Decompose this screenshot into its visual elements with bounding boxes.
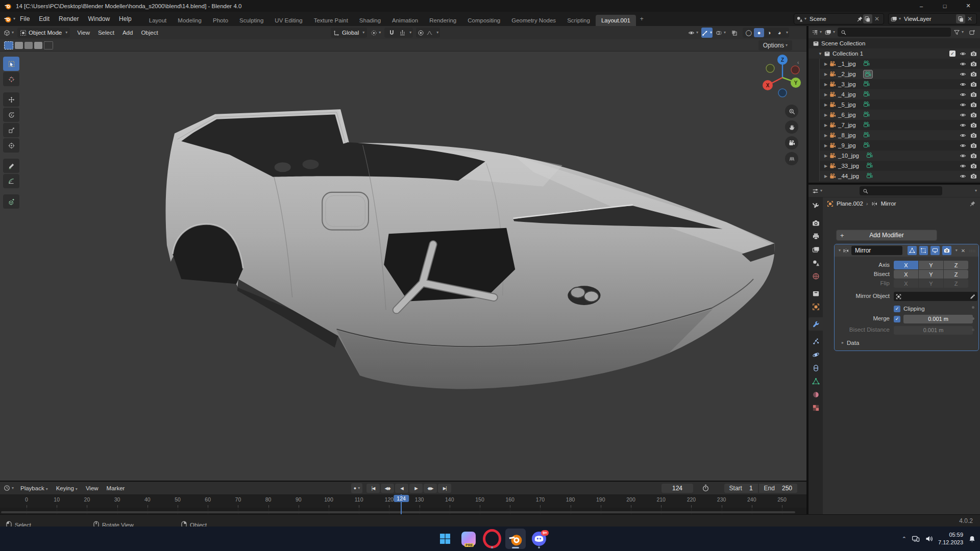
shading-material-button[interactable]: ◑ xyxy=(764,28,774,37)
expand-icon[interactable]: ▶ xyxy=(822,143,829,148)
workspace-tab-texture-paint[interactable]: Texture Paint xyxy=(308,15,354,26)
frame-end-field[interactable]: End 250 xyxy=(759,484,797,493)
eye-icon[interactable] xyxy=(960,132,966,139)
taskbar-discord-button[interactable]: 9+ xyxy=(529,529,549,549)
3d-viewport[interactable]: ▾ Object Mode▾ ViewSelectAddObject Globa… xyxy=(0,26,806,481)
viewport-menu-view[interactable]: View xyxy=(73,28,94,38)
auto-keying-button[interactable]: ●▾ xyxy=(351,483,362,493)
viewport-menu-select[interactable]: Select xyxy=(94,28,118,38)
camera-data-icon[interactable] xyxy=(866,152,873,159)
merge-checkbox[interactable]: ✓ xyxy=(894,316,900,322)
properties-tab-texture[interactable] xyxy=(808,401,823,414)
outliner-item-label[interactable]: _4_jpg xyxy=(838,91,856,97)
mode-dropdown[interactable]: Object Mode▾ xyxy=(17,28,70,38)
axis-z-button[interactable]: Z xyxy=(944,261,968,269)
render-visibility-icon[interactable] xyxy=(970,163,977,169)
render-visibility-icon[interactable] xyxy=(970,122,977,129)
camera-data-icon[interactable] xyxy=(863,60,870,67)
camera-data-icon[interactable] xyxy=(865,71,871,78)
workspace-tab-geometry-nodes[interactable]: Geometry Nodes xyxy=(506,15,561,26)
camera-data-icon[interactable] xyxy=(866,162,873,169)
close-button[interactable]: ✕ xyxy=(957,0,980,12)
shading-wireframe-button[interactable]: ◯ xyxy=(744,28,754,37)
properties-tab-object[interactable] xyxy=(808,300,823,313)
menu-edit[interactable]: Edit xyxy=(34,13,54,24)
camera-data-icon[interactable] xyxy=(863,91,870,97)
jump-start-button[interactable]: |◀ xyxy=(366,484,380,493)
frame-start-field[interactable]: Start 1 xyxy=(724,484,758,493)
outliner-row-camera[interactable]: ▶_1_jpg xyxy=(819,59,980,69)
render-toggle[interactable] xyxy=(942,246,951,255)
decorator-dot[interactable] xyxy=(972,306,974,309)
next-keyframe-button[interactable]: ◆▶ xyxy=(424,484,437,493)
properties-tab-scene[interactable] xyxy=(808,256,823,269)
taskbar-blender-button[interactable] xyxy=(505,529,526,549)
axis-y-button[interactable]: Y xyxy=(919,261,943,269)
viewlayer-selector[interactable]: ▾ ViewLayer ✕ xyxy=(888,13,977,24)
workspace-tab-layout-001[interactable]: Layout.001 xyxy=(596,15,636,26)
properties-options-icon[interactable]: ▾ xyxy=(975,189,977,193)
new-collection-button[interactable] xyxy=(966,27,977,37)
outliner-row-camera[interactable]: ▶_10_jpg xyxy=(819,151,980,161)
outliner-row-scene-collection[interactable]: Scene Collection xyxy=(808,38,980,48)
workspace-tab-compositing[interactable]: Compositing xyxy=(462,15,506,26)
tool-cursor-button[interactable] xyxy=(3,72,19,86)
render-visibility-icon[interactable] xyxy=(970,102,977,108)
pin-icon[interactable] xyxy=(856,16,863,22)
tool-transform-button[interactable] xyxy=(3,138,19,153)
properties-tab-modifiers[interactable] xyxy=(808,317,823,331)
clipping-checkbox[interactable]: ✓ xyxy=(894,306,900,312)
expand-icon[interactable]: ▶ xyxy=(822,174,829,179)
select-mode-extend-button[interactable] xyxy=(15,42,23,49)
workspace-tab-uv-editing[interactable]: UV Editing xyxy=(269,15,308,26)
editor-type-button[interactable]: ▾ xyxy=(3,28,14,38)
menu-help[interactable]: Help xyxy=(114,13,136,24)
notifications-icon[interactable] xyxy=(968,535,976,543)
eye-icon[interactable] xyxy=(960,102,966,108)
taskbar-designer-button[interactable]: PRE xyxy=(458,529,479,549)
tool-select-box-button[interactable] xyxy=(3,57,19,71)
outliner-item-label[interactable]: _10_jpg xyxy=(838,153,859,159)
expand-icon[interactable]: ▶ xyxy=(822,164,829,168)
edit-mode-toggle[interactable] xyxy=(908,246,917,255)
eyedropper-icon[interactable] xyxy=(970,294,975,299)
render-visibility-icon[interactable] xyxy=(970,71,977,78)
camera-data-icon[interactable] xyxy=(863,121,870,128)
expand-icon[interactable]: ▶ xyxy=(822,72,829,77)
scene-name[interactable]: Scene xyxy=(806,16,856,22)
workspace-tab-sculpting[interactable]: Sculpting xyxy=(234,15,269,26)
properties-tab-output[interactable] xyxy=(808,230,823,243)
scene-selector[interactable]: ▾ Scene ✕ xyxy=(794,13,884,24)
current-frame-field[interactable]: 124 xyxy=(662,484,693,493)
clock[interactable]: 05:59 7.12.2023 xyxy=(938,531,963,546)
render-visibility-icon[interactable] xyxy=(970,142,977,149)
merge-value-field[interactable]: 0.001 m xyxy=(903,315,973,323)
modifier-panel-header[interactable]: ▾ Mirror ▾ ✕ :::: xyxy=(835,244,978,257)
bisect-distance-field[interactable]: 0.001 m xyxy=(894,326,973,335)
expand-icon[interactable]: ▶ xyxy=(822,113,829,117)
eye-icon[interactable] xyxy=(960,173,966,180)
menu-file[interactable]: File xyxy=(15,13,34,24)
tool-rotate-button[interactable] xyxy=(3,108,19,122)
viewport-model-honda-s2000[interactable] xyxy=(0,51,806,481)
jump-end-button[interactable]: ▶| xyxy=(438,484,451,493)
overlays-toggle[interactable]: ▾ xyxy=(715,28,726,38)
playhead-badge[interactable]: 124 xyxy=(394,495,409,502)
viewport-menu-object[interactable]: Object xyxy=(137,28,162,38)
properties-search-input[interactable] xyxy=(860,186,942,195)
mirror-object-field[interactable] xyxy=(894,292,977,301)
pan-button[interactable] xyxy=(785,120,798,134)
options-dropdown[interactable]: Options▾ xyxy=(758,40,792,51)
timeline-editor-type-button[interactable]: ▾ xyxy=(3,483,14,493)
camera-data-icon[interactable] xyxy=(863,101,870,108)
remove-viewlayer-button[interactable]: ✕ xyxy=(965,14,974,23)
collapse-icon[interactable]: ▾ xyxy=(839,248,841,253)
render-visibility-icon[interactable] xyxy=(970,173,977,180)
select-mode-invert-button[interactable] xyxy=(34,42,42,49)
outliner-search-input[interactable] xyxy=(838,28,951,37)
timeline-menu-view[interactable]: View xyxy=(82,483,103,493)
select-mode-intersect-button[interactable] xyxy=(44,41,53,49)
eye-icon[interactable] xyxy=(960,112,966,118)
properties-tab-render[interactable] xyxy=(808,216,823,230)
snap-toggle[interactable] xyxy=(386,28,397,38)
